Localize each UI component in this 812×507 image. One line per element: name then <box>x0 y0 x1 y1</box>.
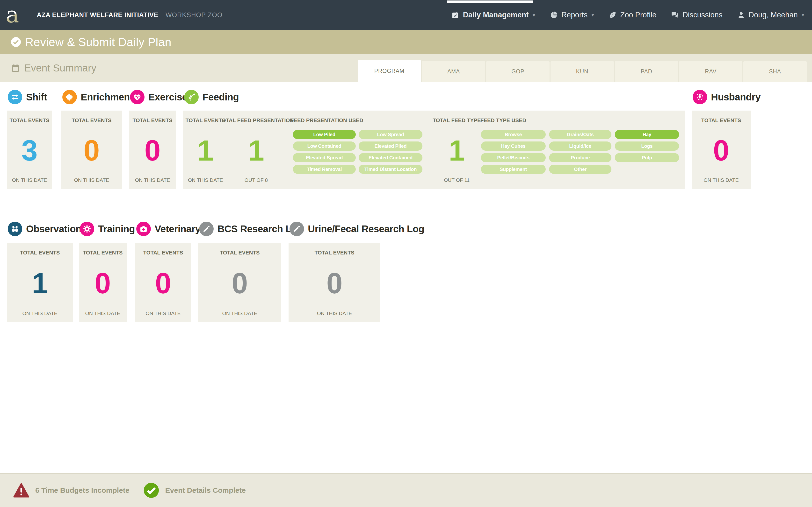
feed-type-pill-hay: Hay <box>615 130 679 139</box>
user-icon <box>737 11 745 19</box>
observation-header: Observation <box>8 222 82 236</box>
feed-type-pill-pulp: Pulp <box>615 153 679 162</box>
success-check-icon <box>143 482 159 499</box>
on-this-date-label: ON THIS DATE <box>317 311 352 316</box>
nav-discussions[interactable]: Discussions <box>671 11 722 19</box>
leaf-icon <box>609 11 617 19</box>
chevron-down-icon: ▾ <box>802 12 804 18</box>
check-circle-icon <box>11 37 21 47</box>
observation-card: TOTAL EVENTS 1 ON THIS DATE <box>7 243 73 322</box>
section-title: Veterinary <box>155 224 200 234</box>
feed-type-pill-liquid-ice: Liquid/Ice <box>549 142 611 151</box>
feed-presentation-pill-low-piled: Low Piled <box>293 130 356 139</box>
shift-header: Shift <box>8 90 47 104</box>
event-details-status: Event Details Complete <box>165 486 246 495</box>
total-feed-presentation-value: 1 <box>248 124 264 177</box>
nav-user-menu[interactable]: Doug, Meehan ▾ <box>737 11 804 19</box>
chevron-down-icon: ▾ <box>591 12 594 18</box>
shift-card: TOTAL EVENTS 3 ON THIS DATE <box>7 111 52 189</box>
status-footer: 6 Time Budgets Incomplete Event Details … <box>0 473 812 507</box>
on-this-date-label: ON THIS DATE <box>146 311 181 316</box>
top-navbar: a AZA ELEPHANT WELFARE INITIATIVE WORKSH… <box>0 0 812 30</box>
shift-total-events: 3 <box>21 124 38 177</box>
veterinary-header: Veterinary <box>136 222 200 236</box>
bcs-research-log-card: TOTAL EVENTS 0 ON THIS DATE <box>198 243 281 322</box>
bcs-research-log-header: BCS Research Log <box>199 222 303 236</box>
feeding-total-events: 1 <box>197 124 214 177</box>
on-this-date-label: ON THIS DATE <box>12 177 47 183</box>
section-title: Event Summary <box>24 62 96 74</box>
feed-presentation-col: TOTAL FEED PRESENTATION 1 OUT OF 8 <box>227 111 285 189</box>
on-this-date-label: ON THIS DATE <box>135 177 170 183</box>
feed-presentation-pill-low-spread: Low Spread <box>359 130 422 139</box>
bcs-total-events: 0 <box>232 256 248 311</box>
time-budgets-status: 6 Time Budgets Incomplete <box>35 486 130 495</box>
nav-label: Daily Management <box>463 11 528 19</box>
veterinary-icon <box>136 222 151 236</box>
warning-icon <box>13 483 30 498</box>
main-nav: Daily Management ▾ Reports ▾ Zoo Profile <box>451 0 804 30</box>
veterinary-total-events: 0 <box>155 256 171 311</box>
total-events-label: TOTAL EVENTS <box>314 249 354 256</box>
feed-presentation-pills: Low PiledLow SpreadLow ContainedElevated… <box>293 130 422 174</box>
nav-zoo-profile[interactable]: Zoo Profile <box>609 11 656 19</box>
feed-type-pill-supplement: Supplement <box>481 165 546 174</box>
on-this-date-label: ON THIS DATE <box>85 311 120 316</box>
exercise-total-events: 0 <box>145 124 161 177</box>
exercise-icon <box>130 90 145 104</box>
training-total-events: 0 <box>95 256 111 311</box>
tab-kun[interactable]: KUN <box>551 61 614 82</box>
exercise-header: Exercise <box>130 90 187 104</box>
total-events-label: TOTAL EVENTS <box>701 117 741 124</box>
feed-presentation-pill-elevated-piled: Elevated Piled <box>359 142 422 151</box>
feeding-icon <box>184 90 199 104</box>
section-title: Shift <box>26 92 47 103</box>
nav-label: Zoo Profile <box>620 11 656 19</box>
tab-ama[interactable]: AMA <box>422 61 485 82</box>
training-icon <box>80 222 94 236</box>
out-of-8-label: OUT OF 8 <box>245 177 268 183</box>
tab-rav[interactable]: RAV <box>679 61 743 82</box>
tab-pad[interactable]: PAD <box>615 61 678 82</box>
total-events-label: TOTAL EVENTS <box>83 249 122 256</box>
total-feed-presentation-label: TOTAL FEED PRESENTATION <box>219 117 294 124</box>
feed-presentation-used-label: FEED PRESENTATION USED <box>291 117 363 124</box>
section-title: Exercise <box>148 92 187 103</box>
nav-label: Reports <box>561 11 588 19</box>
husbandry-total-events: 0 <box>713 124 729 177</box>
feed-presentation-pill-low-contained: Low Contained <box>293 142 356 151</box>
feed-presentation-pill-elevated-contained: Elevated Contained <box>359 153 422 162</box>
feed-presentation-pill-elevated-spread: Elevated Spread <box>293 153 356 162</box>
on-this-date-label: ON THIS DATE <box>188 177 223 183</box>
workspace-name: WORKSHOP ZOO <box>165 11 222 19</box>
section-title: Training <box>98 224 135 234</box>
calendar-check-icon <box>451 11 459 19</box>
feed-type-pills: BrowseGrains/OatsHayHay CubesLiquid/IceL… <box>481 130 679 174</box>
tab-program[interactable]: PROGRAM <box>358 60 421 82</box>
training-card: TOTAL EVENTS 0 ON THIS DATE <box>79 243 126 322</box>
husbandry-card: TOTAL EVENTS 0 ON THIS DATE <box>692 111 751 189</box>
enrichment-header: Enrichment <box>62 90 133 104</box>
unit-tabs: PROGRAMAMAGOPKUNPADRAVSHA <box>358 54 807 82</box>
enrichment-icon <box>62 90 77 104</box>
training-header: Training <box>80 222 135 236</box>
page-title-wrap: Review & Submit Daily Plan <box>11 30 171 54</box>
total-feed-type-value: 1 <box>449 124 465 177</box>
page-title: Review & Submit Daily Plan <box>25 36 171 49</box>
on-this-date-label: ON THIS DATE <box>22 311 57 316</box>
pencil-icon <box>290 222 304 236</box>
on-this-date-label: ON THIS DATE <box>74 177 109 183</box>
nav-reports[interactable]: Reports ▾ <box>550 11 594 19</box>
feed-type-pill-grains-oats: Grains/Oats <box>549 130 611 139</box>
tab-gop[interactable]: GOP <box>486 61 550 82</box>
observation-icon <box>8 222 22 236</box>
feed-type-pill-produce: Produce <box>549 153 611 162</box>
section-title: Enrichment <box>81 92 133 103</box>
nav-daily-management[interactable]: Daily Management ▾ <box>451 11 535 19</box>
tab-sha[interactable]: SHA <box>743 61 807 82</box>
feed-presentation-pill-timed-removal: Timed Removal <box>293 165 356 174</box>
brand-title: AZA ELEPHANT WELFARE INITIATIVE <box>37 11 158 19</box>
exercise-card: TOTAL EVENTS 0 ON THIS DATE <box>129 111 176 189</box>
event-summary-title-wrap: Event Summary <box>11 54 96 82</box>
app-logo[interactable]: a <box>6 2 19 28</box>
